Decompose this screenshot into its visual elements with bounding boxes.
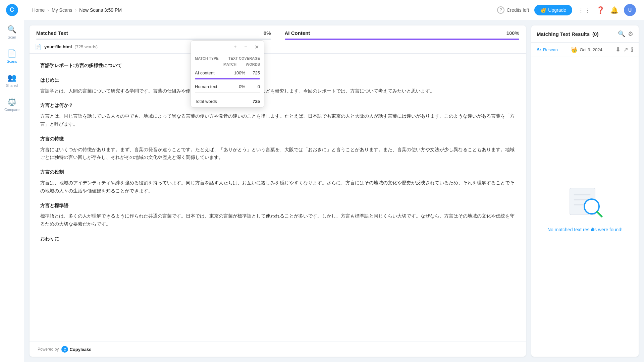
main-container: Home › My Scans › New Scans 3:59 PM ? Cr… (24, 0, 644, 362)
download-icon[interactable]: ⬇ (615, 46, 621, 53)
sidebar-logo: C (0, 0, 24, 20)
credits-question-icon[interactable]: ? (497, 6, 504, 14)
popup-header-right: TEXT COVERAGE (228, 56, 260, 60)
breadcrumb-home[interactable]: Home (32, 7, 45, 13)
credits-left-label: Credits left (506, 7, 529, 13)
scan-icon: 🔍 (7, 25, 16, 34)
right-panel: Matching Text Results (0) 🔍 ⚙ ↻ Rescan 👑… (531, 25, 639, 357)
copyleaks-icon: C (61, 346, 68, 353)
match-popup: + − ✕ MATCH TYPE TEXT COVERAGE MATCH (191, 40, 264, 108)
popup-close-btn[interactable]: ✕ (252, 42, 261, 52)
matched-text-percent: 0% (264, 30, 271, 36)
doc-body-0: 言語学とは、人間の言葉について研究する学問です。言葉の仕組みや使い方、異なる言語… (40, 87, 515, 95)
rescan-button[interactable]: ↻ Rescan (537, 47, 558, 53)
doc-body-1: 方言とは、同じ言語を話している人々の中でも、地域によって異なる言葉の使い方や発音… (40, 112, 515, 128)
sidebar: C 🔍 Scan 📄 Scans 👥 Shared ⚖️ Compare (0, 0, 24, 362)
upgrade-crown-icon: 👑 (540, 7, 546, 13)
right-panel-header: Matching Text Results (0) 🔍 ⚙ (531, 25, 639, 43)
matched-text-section: Matched Text 0% (30, 25, 278, 40)
user-avatar[interactable]: U (624, 4, 636, 16)
file-name: your-file.html (44, 44, 72, 49)
sidebar-item-scan[interactable]: 🔍 Scan (0, 20, 24, 44)
popup-total-words: 725 (253, 99, 260, 104)
popup-human-label: Human text (195, 84, 230, 89)
right-panel-actions-row: ⬇ ↗ ℹ (615, 46, 633, 53)
scan-date: Oct 9, 2024 (580, 47, 602, 52)
upgrade-button[interactable]: 👑 Upgrade (534, 5, 572, 15)
popup-collapse-btn[interactable]: − (241, 42, 251, 52)
popup-total-label: Total words (195, 99, 217, 104)
scans-icon: 📄 (7, 49, 16, 58)
ai-content-section: AI Content 100% (278, 25, 526, 40)
sidebar-item-shared[interactable]: 👥 Shared (0, 68, 24, 93)
rescan-label: Rescan (543, 47, 558, 52)
right-panel-title: Matching Text Results (0) (537, 31, 598, 37)
popup-actions: + − ✕ (191, 41, 264, 53)
sidebar-item-scans-label: Scans (7, 59, 17, 63)
popup-human-bar-track (195, 92, 260, 93)
doc-content: 言語学レポート:方言の多様性について はじめに 言語学とは、人間の言葉について研… (30, 54, 526, 342)
notification-icon[interactable]: 🔔 (610, 6, 619, 14)
ai-content-bar-track (285, 39, 520, 40)
info-icon[interactable]: ℹ (631, 46, 633, 53)
content-area: Matched Text 0% AI Content 100% (24, 20, 644, 362)
popup-ai-bar (191, 77, 264, 82)
doc-footer: Powered by C Copyleaks (30, 342, 526, 357)
popup-ai-label: AI content (195, 70, 230, 75)
rescan-icon: ↻ (537, 47, 541, 53)
popup-match-type-header: MATCH TYPE (195, 56, 219, 60)
filter-icon[interactable]: ⚙ (628, 30, 633, 38)
file-info: 📄 your-file.html (725 words) (35, 44, 98, 50)
doc-conclusion: おわりに (40, 235, 515, 243)
file-header: 📄 your-file.html (725 words) + − ✕ MATCH… (30, 40, 526, 54)
breadcrumb-my-scans[interactable]: My Scans (52, 7, 72, 13)
help-icon[interactable]: ❓ (596, 6, 605, 14)
doc-title: 言語学レポート:方言の多様性について (40, 62, 515, 70)
breadcrumb-current: New Scans 3:59 PM (79, 7, 122, 13)
doc-heading-2: 方言の特徴 (40, 135, 515, 143)
compare-icon: ⚖️ (7, 98, 16, 106)
copyleaks-text: Copyleaks (69, 347, 91, 352)
sidebar-item-scans[interactable]: 📄 Scans (0, 44, 24, 68)
doc-body-2: 方言にはいくつかの特徴があります。まず、言葉の発音が違うことです。たとえば、「あ… (40, 146, 515, 162)
right-sub-header: ↻ Rescan 👑 Oct 9, 2024 ⬇ ↗ ℹ (531, 43, 639, 57)
sidebar-item-shared-label: Shared (6, 83, 18, 87)
breadcrumb-sep-2: › (75, 7, 77, 13)
right-panel-actions: 🔍 ⚙ (618, 30, 633, 38)
upgrade-label: Upgrade (548, 7, 566, 13)
ai-content-bar-fill (285, 39, 520, 40)
popup-col-headers: MATCH WORDS (223, 62, 260, 66)
empty-state-icon (565, 181, 605, 222)
left-panel: Matched Text 0% AI Content 100% (30, 25, 526, 357)
doc-heading-5: おわりに (40, 235, 515, 243)
sidebar-item-scan-label: Scan (8, 35, 16, 39)
app-logo[interactable]: C (6, 4, 18, 16)
empty-state: No matched text results were found! (531, 57, 639, 357)
popup-text-coverage-header: TEXT COVERAGE (228, 56, 260, 60)
popup-subheader: MATCH WORDS (191, 62, 264, 68)
popup-words-col: WORDS (246, 62, 260, 66)
sidebar-item-compare[interactable]: ⚖️ Compare (0, 93, 24, 117)
popup-expand-btn[interactable]: + (230, 42, 240, 52)
popup-human-row: Human text 0% 0 (191, 82, 264, 91)
doc-heading-3: 方言の役割 (40, 168, 515, 176)
ai-content-percent: 100% (506, 30, 519, 36)
popup-ai-bar-track (195, 78, 260, 79)
popup-ai-match: 100% (230, 70, 245, 75)
search-icon[interactable]: 🔍 (618, 30, 625, 38)
doc-heading-1: 方言とは何か？ (40, 102, 515, 110)
copyleaks-logo: C Copyleaks (61, 346, 91, 353)
credits-left: ? Credits left (497, 6, 529, 14)
svg-line-5 (597, 212, 602, 217)
word-count: (725 words) (74, 44, 98, 49)
popup-match-col: MATCH (223, 62, 236, 66)
matching-text-count: (0) (592, 31, 598, 37)
file-icon: 📄 (35, 44, 42, 50)
shared-icon: 👥 (7, 73, 16, 82)
grid-icon[interactable]: ⋮⋮ (578, 6, 591, 14)
matched-text-header: Matched Text 0% (36, 30, 271, 36)
topbar: Home › My Scans › New Scans 3:59 PM ? Cr… (24, 0, 644, 20)
breadcrumb: Home › My Scans › New Scans 3:59 PM (32, 7, 122, 13)
ai-content-label: AI Content (285, 30, 310, 36)
share-icon[interactable]: ↗ (623, 46, 628, 53)
